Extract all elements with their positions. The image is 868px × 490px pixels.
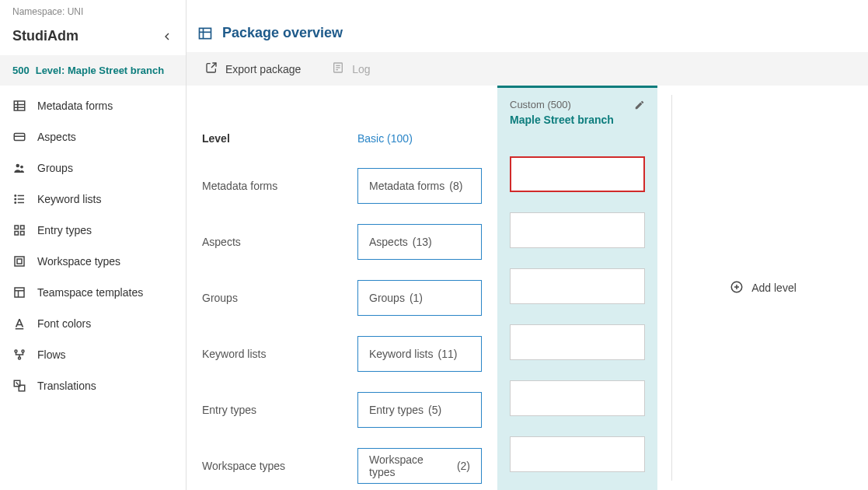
translate-icon [12, 379, 26, 393]
basic-cell[interactable]: Groups(1) [357, 280, 482, 316]
content: Level Metadata formsAspectsGroupsKeyword… [186, 86, 868, 490]
col-basic: Basic (100) Metadata forms(8)Aspects(13)… [342, 86, 497, 490]
col-labels: Level Metadata formsAspectsGroupsKeyword… [186, 86, 342, 490]
nav-label: Teamspace templates [37, 286, 143, 299]
custom-tag: Custom (500) [510, 99, 571, 110]
export-package-button[interactable]: Export package [205, 61, 301, 76]
svg-rect-14 [15, 226, 19, 229]
nav-label: Aspects [37, 131, 76, 143]
nav-label: Flows [37, 348, 66, 361]
basic-cell-text: Groups [369, 292, 405, 304]
toolbar: Export package Log [186, 52, 868, 86]
svg-point-13 [15, 202, 16, 204]
basic-cell[interactable]: Aspects(13) [357, 224, 482, 260]
font-icon [12, 317, 26, 331]
basic-cell-text: Keyword lists [369, 348, 433, 360]
nav-item-teamspace-templates[interactable]: Teamspace templates [0, 277, 186, 308]
svg-rect-16 [15, 232, 19, 236]
page-title: Package overview [222, 25, 343, 41]
level-header: Level [202, 110, 326, 145]
svg-rect-18 [15, 257, 24, 266]
row-label: Metadata forms [202, 168, 326, 204]
template-icon [12, 285, 26, 299]
basic-cell-count: (2) [457, 460, 470, 472]
add-level-label: Add level [751, 282, 797, 294]
svg-point-12 [15, 198, 16, 200]
nav-item-font-colors[interactable]: Font colors [0, 308, 186, 339]
nav-label: Keyword lists [37, 193, 101, 205]
basic-cell[interactable]: Metadata forms(8) [357, 168, 482, 204]
main: Package overview Export package Log Leve… [186, 0, 868, 490]
basic-cell-text: Entry types [369, 404, 424, 416]
nav-item-workspace-types[interactable]: Workspace types [0, 246, 186, 277]
export-icon [205, 61, 218, 76]
custom-cell[interactable] [510, 436, 645, 472]
basic-cell-count: (5) [428, 404, 441, 416]
people-icon [12, 161, 26, 175]
svg-rect-15 [21, 226, 25, 229]
basic-cell-count: (1) [410, 292, 423, 304]
svg-point-24 [15, 350, 17, 352]
square-icon [12, 254, 26, 268]
col-add-level: Add level [671, 95, 854, 481]
svg-point-11 [15, 195, 16, 197]
app-title-row: StudiAdm [0, 20, 186, 55]
basic-cell-text: Metadata forms [369, 180, 444, 192]
row-label: Keyword lists [202, 336, 326, 372]
basic-cell[interactable]: Workspace types(2) [357, 448, 482, 484]
sidebar: Namespace: UNI StudiAdm 500 Level: Maple… [0, 0, 186, 490]
nav-item-aspects[interactable]: Aspects [0, 121, 186, 152]
add-level-button[interactable]: Add level [730, 280, 797, 296]
page-title-row: Package overview [186, 0, 868, 52]
nav-item-groups[interactable]: Groups [0, 152, 186, 184]
row-label: Entry types [202, 392, 326, 428]
svg-point-25 [22, 350, 24, 352]
plus-circle-icon [730, 280, 744, 296]
svg-rect-17 [21, 232, 25, 236]
flow-icon [12, 348, 26, 362]
basic-cell[interactable]: Entry types(5) [357, 392, 482, 428]
basic-cell-count: (13) [413, 236, 432, 248]
custom-cell[interactable] [510, 156, 645, 192]
svg-line-29 [16, 383, 19, 385]
nav-list: Metadata formsAspectsGroupsKeyword lists… [0, 86, 186, 406]
row-label: Aspects [202, 224, 326, 260]
list-icon [12, 192, 26, 206]
svg-point-7 [20, 166, 23, 169]
row-label: Groups [202, 280, 326, 316]
custom-cell[interactable] [510, 212, 645, 248]
nav-label: Font colors [37, 317, 91, 330]
custom-cell[interactable] [510, 268, 645, 304]
collapse-sidebar-icon[interactable] [161, 30, 173, 43]
nav-label: Groups [37, 162, 73, 174]
nav-label: Translations [37, 380, 96, 392]
nav-label: Metadata forms [37, 100, 113, 112]
svg-point-6 [16, 164, 20, 168]
basic-cell-count: (11) [437, 348, 457, 360]
nav-item-translations[interactable]: Translations [0, 370, 186, 401]
grid-icon [12, 223, 26, 237]
nav-item-metadata-forms[interactable]: Metadata forms [0, 90, 186, 121]
level-number: 500 [12, 65, 30, 76]
app-title: StudiAdm [12, 28, 78, 44]
svg-rect-19 [17, 259, 22, 264]
nav-item-flows[interactable]: Flows [0, 339, 186, 370]
card-icon [12, 130, 26, 144]
edit-level-icon[interactable] [634, 100, 645, 110]
custom-cell[interactable] [510, 380, 645, 416]
basic-cell-text: Workspace types [369, 453, 452, 478]
log-label: Log [352, 63, 370, 75]
custom-cell[interactable] [510, 324, 645, 360]
basic-header[interactable]: Basic (100) [357, 110, 482, 145]
level-row[interactable]: 500 Level: Maple Street branch [0, 55, 186, 86]
nav-item-entry-types[interactable]: Entry types [0, 215, 186, 246]
row-label: Workspace types [202, 448, 326, 484]
nav-label: Entry types [37, 224, 92, 236]
nav-item-keyword-lists[interactable]: Keyword lists [0, 184, 186, 215]
basic-cell[interactable]: Keyword lists(11) [357, 336, 482, 372]
svg-point-26 [19, 357, 21, 359]
log-button[interactable]: Log [332, 61, 370, 76]
svg-rect-0 [14, 101, 25, 110]
col-custom: Custom (500) Maple Street branch [497, 86, 657, 490]
svg-rect-20 [15, 288, 24, 297]
